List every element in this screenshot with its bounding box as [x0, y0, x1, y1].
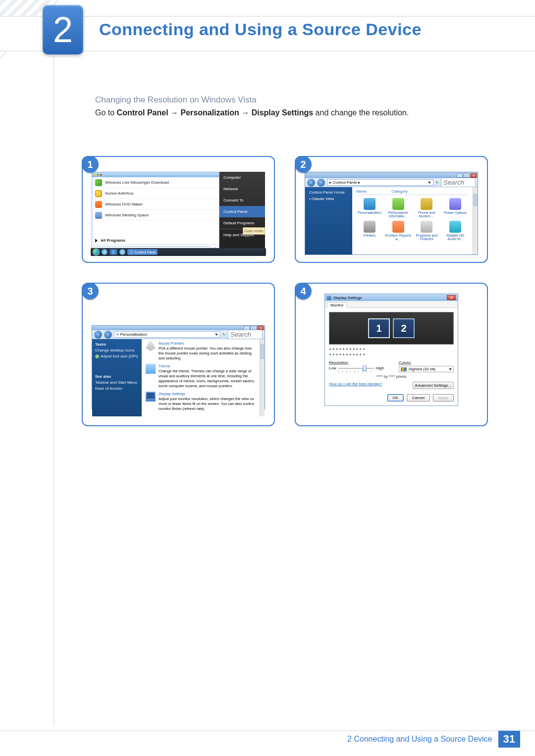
dialog-tabs: Monitor: [325, 301, 458, 308]
personalization-item-theme[interactable]: ThemeChange the theme. Themes can change…: [146, 364, 258, 389]
resolution-value: **** by **** pixels: [329, 374, 454, 379]
monitor-preview: 1 2: [329, 312, 454, 345]
dvd-maker-icon: [95, 201, 102, 208]
phone-modem-icon: [421, 198, 432, 210]
nav-taskbar-start-menu[interactable]: Taskbar and Start Menu: [95, 380, 139, 385]
start-menu-item[interactable]: Norton AntiVirus: [92, 188, 219, 199]
control-panel-window: – ▢ ✕ ‹ › ▸ Control Panel ▸ ↻ Control Pa…: [305, 172, 478, 255]
dialog-titlebar: Display Settings ✕: [325, 294, 458, 301]
maximize-icon[interactable]: ▢: [464, 173, 470, 178]
refresh-icon[interactable]: ↻: [435, 180, 439, 185]
colors-select[interactable]: Highest (32 bit): [399, 366, 454, 372]
start-menu-item[interactable]: Windows Live Messenger Download: [92, 177, 219, 188]
triangle-right-icon: [95, 239, 98, 243]
mouse-pointer-icon: [146, 341, 156, 351]
breadcrumb[interactable]: « Personalization: [114, 331, 220, 338]
step-badge: 4: [295, 283, 312, 300]
programs-features-icon: [421, 221, 432, 233]
start-right-connect-to[interactable]: Connect To: [219, 195, 265, 206]
header-category[interactable]: Category: [391, 189, 407, 194]
cp-item-printers[interactable]: Printers: [356, 221, 383, 241]
advanced-settings-button[interactable]: Advanced Settings...: [413, 382, 454, 389]
minimize-icon[interactable]: –: [457, 173, 463, 178]
search-input[interactable]: [441, 178, 476, 187]
printers-icon: [364, 221, 375, 233]
antivirus-icon: [95, 190, 102, 197]
explorer-icon[interactable]: [119, 249, 125, 255]
personalization-item-display-settings[interactable]: Display SettingsAdjust your monitor reso…: [146, 392, 258, 411]
scrollbar[interactable]: [260, 339, 265, 416]
nav-home[interactable]: Control Panel Home: [309, 190, 348, 195]
step-panel-3: 3 – ▢ ✕ ‹ › « Personalization ↻ Tasks Ch…: [82, 283, 275, 426]
ok-button[interactable]: OK: [387, 394, 404, 402]
start-menu-header: [92, 172, 219, 177]
resolution-label: Resolution:: [329, 360, 349, 365]
start-right-computer[interactable]: Computer: [219, 172, 265, 183]
dialog-title: Display Settings: [333, 296, 362, 300]
scrollbar-thumb[interactable]: [474, 194, 477, 206]
nav-classic-view[interactable]: Classic View: [309, 197, 348, 201]
chevron-down-icon: [449, 368, 452, 370]
tab-monitor[interactable]: Monitor: [327, 302, 347, 308]
nav-forward-icon[interactable]: ›: [104, 331, 112, 339]
nav-back-icon[interactable]: ‹: [94, 331, 102, 339]
audio-icon: [449, 221, 461, 233]
start-orb-icon[interactable]: [93, 249, 100, 255]
personalization-item-mouse-pointers[interactable]: Mouse PointersPick a different mouse poi…: [146, 341, 258, 361]
personalization-icon: [364, 198, 375, 210]
start-right-network[interactable]: Network: [219, 183, 265, 195]
tasks-heading: Tasks: [95, 342, 139, 347]
resolution-slider[interactable]: Low High: [329, 366, 384, 370]
section-subtitle: Changing the Resolution on Windows Vista: [95, 95, 257, 105]
taskbar-button-control-panel[interactable]: Control Panel: [127, 249, 158, 255]
problem-reports-icon: [392, 221, 404, 233]
display-settings-icon: [146, 392, 156, 402]
monitor-2[interactable]: 2: [393, 318, 415, 338]
see-also-heading: See also: [95, 374, 139, 379]
chevron-down-icon[interactable]: [215, 334, 218, 336]
nav-forward-icon[interactable]: ›: [317, 179, 325, 187]
help-link[interactable]: How do I get the best display?: [329, 382, 382, 386]
cp-item-personalization[interactable]: Personalization: [356, 198, 383, 218]
close-icon[interactable]: ✕: [447, 295, 456, 300]
nav-adjust-font-size[interactable]: Adjust font size (DPI): [95, 354, 139, 358]
start-right-control-panel[interactable]: Control Panel: [219, 206, 265, 217]
step-badge: 2: [295, 156, 312, 173]
left-margin-rule: [54, 55, 54, 726]
instruction-text: Go to Control Panel → Personalization → …: [95, 108, 409, 117]
nav-back-icon[interactable]: ‹: [307, 179, 315, 187]
taskbar: Control Panel: [91, 248, 266, 256]
start-menu-item[interactable]: Windows DVD Maker: [92, 199, 219, 210]
display-settings-dialog: Display Settings ✕ Monitor 1 2 *********…: [324, 294, 458, 406]
apply-button[interactable]: Apply: [433, 394, 454, 402]
start-menu-item[interactable]: Windows Meeting Space: [92, 210, 219, 221]
nav-change-desktop-icons[interactable]: Change desktop icons: [95, 348, 139, 353]
monitor-1[interactable]: 1: [368, 318, 390, 338]
nav-ease-of-access[interactable]: Ease of Access: [95, 386, 139, 391]
scrollbar[interactable]: [473, 187, 478, 254]
cp-item-power-options[interactable]: Power Options: [442, 198, 469, 218]
step-badge: 1: [82, 156, 99, 173]
tooltip-fragment: Custo restric: [243, 227, 265, 235]
cp-item-programs-features[interactable]: Programs and Features: [414, 221, 440, 241]
start-menu: Windows Live Messenger Download Norton A…: [92, 172, 265, 255]
ie-icon[interactable]: [102, 249, 107, 255]
search-input[interactable]: [228, 330, 263, 339]
chapter-badge: 2: [43, 5, 83, 54]
explorer-toolbar: ‹ › « Personalization ↻: [92, 330, 265, 339]
cancel-button[interactable]: Cancel: [407, 394, 430, 402]
color-swatch-icon: [401, 367, 407, 371]
cp-item-phone-modem[interactable]: Phone and Modem ...: [414, 198, 440, 218]
all-programs[interactable]: All Programs: [92, 236, 219, 245]
header-name[interactable]: Name: [356, 189, 367, 194]
breadcrumb[interactable]: ▸ Control Panel ▸: [327, 179, 433, 186]
chevron-down-icon[interactable]: [428, 182, 431, 184]
close-icon[interactable]: ✕: [471, 173, 477, 178]
taskbar-button[interactable]: [109, 249, 117, 255]
scrollbar-thumb[interactable]: [261, 344, 264, 359]
cp-item-realtek-audio[interactable]: Realtek HD Audio M...: [442, 221, 469, 241]
cp-item-problem-reports[interactable]: Problem Reports a...: [385, 221, 412, 241]
refresh-icon[interactable]: ↻: [222, 332, 226, 337]
cp-item-performance[interactable]: Performance Informatio...: [385, 198, 412, 218]
slider-handle[interactable]: [363, 365, 367, 371]
